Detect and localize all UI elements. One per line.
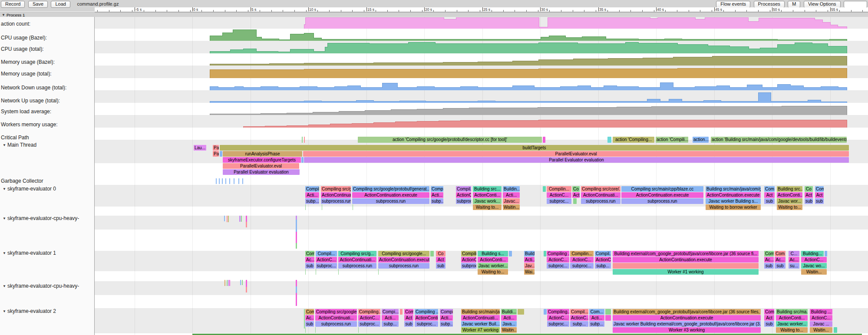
trace-block[interactable]: subproc... (461, 263, 476, 269)
trace-block[interactable]: Compili... (461, 251, 476, 256)
trace-tick[interactable] (358, 327, 359, 333)
trace-tick[interactable] (238, 178, 239, 184)
trace-block[interactable]: sub (805, 198, 813, 204)
trace-block[interactable]: Ac... (775, 257, 785, 263)
trace-block[interactable] (573, 198, 577, 204)
trace-block[interactable]: ActionContinuati... (581, 192, 620, 198)
trace-block[interactable]: Com (775, 251, 785, 256)
track-label[interactable]: ▼skyframe-evaluator-cpu-heavy- (3, 283, 79, 289)
trace-block[interactable]: subproc... (316, 263, 337, 269)
trace-tick[interactable] (296, 286, 297, 293)
trace-block[interactable]: Com (305, 309, 314, 315)
trace-block[interactable]: Ac... (305, 257, 314, 263)
trace-block[interactable]: Com (404, 309, 413, 315)
trace-block[interactable]: Com... (589, 309, 604, 315)
trace-block[interactable]: Worker #7 working (461, 327, 500, 333)
trace-tick[interactable] (305, 204, 306, 210)
trace-block[interactable]: subprocess.run (621, 198, 703, 204)
trace-block[interactable]: Compilin... (570, 251, 594, 256)
trace-block[interactable]: Waiting to... (777, 204, 802, 210)
trace-block[interactable]: subprocess.run (352, 198, 429, 204)
chart-sys-load[interactable] (95, 103, 868, 115)
trace-block[interactable] (509, 251, 512, 256)
trace-block[interactable]: ActionC... (595, 257, 611, 263)
trace-block[interactable]: ParallelEvaluator.eval (303, 151, 849, 157)
trace-block[interactable]: Waiting to borrow worker (706, 204, 761, 210)
trace-block[interactable]: Acti... (305, 192, 319, 198)
trace-tick[interactable] (304, 137, 305, 143)
flow-events-button[interactable]: Flow events (716, 1, 750, 8)
trace-block[interactable]: skyframeExecutor.configureTargets (223, 157, 301, 163)
trace-block[interactable] (834, 327, 837, 333)
trace-block[interactable]: Act (404, 315, 413, 321)
trace-block[interactable]: Acti... (431, 192, 443, 198)
trace-block[interactable]: Acti... (440, 315, 453, 321)
trace-block[interactable]: ActionContinuation.execute (613, 257, 759, 263)
trace-block[interactable]: Waitin... (501, 327, 517, 333)
trace-block[interactable]: sub (764, 321, 774, 327)
trace-block[interactable]: Waitin... (810, 327, 832, 333)
track-label[interactable]: ▼skyframe-evaluator 1 (3, 250, 56, 256)
trace-block[interactable]: ActionC... (547, 315, 569, 321)
trace-block[interactable]: subprocess.run (378, 263, 429, 269)
trace-block[interactable]: Build... (524, 251, 535, 256)
trace-block[interactable]: ActionC... (810, 315, 832, 321)
trace-tick[interactable] (222, 178, 223, 184)
trace-block[interactable]: ActionC... (461, 257, 476, 263)
trace-block[interactable]: Building src/main/java/com/go... (706, 186, 761, 192)
trace-tick[interactable] (296, 243, 297, 249)
trace-block[interactable]: subp... (431, 198, 443, 204)
trace-tick[interactable] (305, 327, 306, 333)
trace-block[interactable] (825, 251, 827, 256)
trace-block[interactable]: Javac wo... (801, 263, 827, 269)
trace-block[interactable]: subproc... (570, 263, 594, 269)
trace-block[interactable]: Compil... (316, 251, 337, 256)
trace-block[interactable]: Compiling src/core/... (581, 186, 620, 192)
trace-block[interactable]: ActionContinuation.execute (613, 315, 761, 321)
trace-block[interactable] (605, 309, 611, 315)
trace-tick[interactable] (224, 216, 225, 221)
trace-block[interactable]: Javac worker Building external/com_googl… (613, 321, 761, 327)
trace-block[interactable]: Parallel Evaluator evaluation (223, 169, 300, 175)
trace-block[interactable]: Buildi... (501, 309, 517, 315)
trace-block[interactable]: Act (764, 315, 774, 321)
trace-block[interactable]: Compiling src/google... (315, 309, 357, 315)
trace-block[interactable]: ActionC... (456, 192, 471, 198)
trace-block[interactable]: ActionConti... (415, 315, 438, 321)
search-input[interactable] (844, 1, 867, 8)
trace-block[interactable]: action... (693, 137, 709, 143)
trace-block[interactable]: Compil... (595, 251, 611, 256)
trace-block[interactable]: ActionC... (570, 315, 588, 321)
trace-block[interactable]: Compi... (382, 309, 399, 315)
trace-block[interactable]: sub (404, 321, 413, 327)
trace-tick[interactable] (302, 137, 303, 143)
trace-block[interactable]: ActionC... (316, 257, 337, 263)
trace-block[interactable]: sub (764, 263, 774, 269)
trace-block[interactable]: ActionC... (358, 315, 380, 321)
trace-block[interactable]: Acti... (503, 192, 520, 198)
trace-tick[interactable] (229, 280, 230, 286)
trace-block[interactable]: subp... (440, 321, 453, 327)
trace-block[interactable]: subprocess.run (315, 321, 357, 327)
trace-tick[interactable] (246, 222, 247, 227)
trace-block[interactable]: Compiling src/google/protobuf/generat... (352, 186, 429, 192)
trace-block[interactable] (430, 251, 434, 256)
trace-block[interactable]: Acti... (524, 257, 535, 263)
trace-tick[interactable] (315, 327, 316, 333)
trace-block[interactable] (543, 137, 545, 143)
trace-tick[interactable] (296, 220, 297, 232)
trace-block[interactable] (544, 251, 546, 256)
trace-block[interactable]: Building src/main/jav... (461, 309, 500, 315)
trace-block[interactable]: action 'Compili... (656, 137, 688, 143)
trace-tick[interactable] (246, 287, 247, 292)
trace-block[interactable]: Comp... (431, 186, 443, 192)
trace-block[interactable]: Javac ... (810, 321, 832, 327)
trace-tick[interactable] (241, 216, 242, 222)
trace-block[interactable]: sub (436, 263, 446, 269)
trace-block[interactable]: Compiling... (547, 309, 569, 315)
timeline-ruler[interactable] (95, 7, 868, 12)
trace-block[interactable]: Com (764, 309, 774, 315)
trace-block[interactable]: Javac work... (473, 198, 502, 204)
trace-block[interactable]: Javac worker Buil... (461, 321, 500, 327)
trace-block[interactable]: Worker #1 working (613, 269, 759, 275)
